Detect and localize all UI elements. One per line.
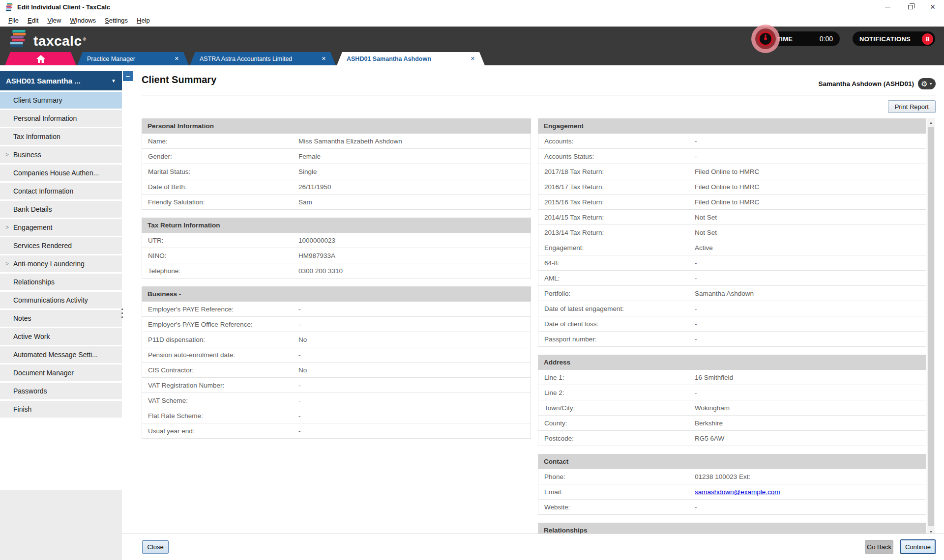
info-row: Line 2:-	[538, 385, 926, 400]
row-value: -	[695, 389, 926, 396]
info-row: Email:samashdown@example.com	[538, 484, 926, 500]
close-page-button[interactable]: Close	[142, 540, 169, 554]
section-contact: ContactPhone:01238 100023 Ext:Email:sama…	[538, 454, 926, 515]
info-row: Employer's PAYE Office Reference:-	[142, 317, 531, 332]
sidebar-item-label: Finish	[13, 405, 31, 413]
restore-button[interactable]	[899, 0, 921, 14]
row-value: Samantha Ashdown	[695, 290, 926, 297]
row-value: Single	[298, 168, 531, 175]
menu-help[interactable]: Help	[132, 15, 154, 26]
minimize-button[interactable]	[876, 0, 899, 14]
sidebar-item-active-work[interactable]: Active Work	[0, 328, 122, 345]
row-label: VAT Registration Number:	[142, 382, 298, 389]
sidebar-client-header[interactable]: ASHD01 Samantha ... ▼	[0, 71, 122, 90]
sidebar-item-label: Services Rendered	[13, 242, 72, 250]
row-value: No	[298, 366, 531, 374]
tab-close-icon[interactable]: ✕	[175, 56, 179, 62]
row-value: 1000000023	[298, 237, 531, 244]
row-value: Active	[695, 244, 926, 252]
client-reference: Samantha Ashdown (ASHD01)	[818, 80, 914, 87]
row-label: NINO:	[142, 252, 298, 259]
row-value: -	[695, 259, 926, 267]
time-value: 0:00	[820, 35, 833, 43]
continue-button[interactable]: Continue	[900, 539, 936, 554]
menu-windows[interactable]: Windows	[65, 15, 100, 26]
sidebar-item-document-manager[interactable]: Document Manager	[0, 364, 122, 381]
section-address: AddressLine 1:16 SmithfieldLine 2:-Town/…	[538, 355, 926, 446]
tab-close-icon[interactable]: ✕	[322, 56, 326, 62]
tab-ashd01-samantha-ashdown[interactable]: ASHD01 Samantha Ashdown ✕	[337, 52, 485, 65]
info-row: Postcode:RG5 6AW	[538, 431, 926, 446]
sidebar-item-companies-house-authen[interactable]: Companies House Authen...	[0, 165, 122, 181]
scroll-up-icon[interactable]: ▲	[927, 118, 935, 126]
row-label: Email:	[538, 488, 695, 496]
row-value: -	[695, 504, 926, 511]
row-label: Date of Birth:	[142, 183, 298, 191]
row-label: UTR:	[142, 237, 298, 244]
row-value: Not Set	[695, 229, 926, 236]
go-back-button[interactable]: Go Back	[865, 540, 893, 554]
row-label: Engagement:	[538, 244, 695, 252]
sidebar-item-services-rendered[interactable]: Services Rendered	[0, 237, 122, 254]
scrollbar-thumb[interactable]	[928, 127, 934, 526]
sidebar-item-passwords[interactable]: Passwords	[0, 383, 122, 399]
sidebar-item-client-summary[interactable]: Client Summary	[0, 92, 122, 109]
right-column-scrollbar[interactable]: ▲ ▼	[927, 118, 935, 535]
row-label: Date of client loss:	[538, 320, 695, 328]
row-label: 2013/14 Tax Return:	[538, 229, 695, 236]
sidebar-item-label: Tax Information	[13, 133, 60, 140]
info-row: Date of client loss:-	[538, 316, 926, 332]
notifications-pill[interactable]: NOTIFICATIONS 8	[853, 31, 935, 46]
sidebar-item-engagement[interactable]: >Engagement	[0, 219, 122, 236]
info-row: 2013/14 Tax Return:Not Set	[538, 225, 926, 240]
page-title: Client Summary	[142, 74, 216, 85]
sidebar-item-contact-information[interactable]: Contact Information	[0, 183, 122, 199]
sidebar-item-notes[interactable]: Notes	[0, 310, 122, 327]
sidebar-item-label: Anti-money Laundering	[13, 260, 85, 268]
row-value: Sam	[298, 198, 531, 206]
gear-icon: ⚙	[921, 80, 927, 87]
client-actions-button[interactable]: ⚙ ▼	[918, 78, 936, 89]
taxcalc-brand: taxcalc®	[8, 29, 87, 51]
row-label: Website:	[538, 504, 695, 511]
menu-settings[interactable]: Settings	[100, 15, 132, 26]
section-title: Personal Information	[142, 118, 531, 134]
info-row: Name:Miss Samantha Elizabeth Ashdown	[142, 134, 531, 149]
sidebar-item-automated-message-setti[interactable]: Automated Message Setti...	[0, 346, 122, 363]
section-title: Tax Return Information	[142, 218, 531, 233]
row-label: Town/City:	[538, 404, 695, 412]
sidebar-item-communications-activity[interactable]: Communications Activity	[0, 292, 122, 308]
row-label: 2015/16 Tax Return:	[538, 198, 695, 206]
sidebar-item-tax-information[interactable]: Tax Information	[0, 128, 122, 145]
row-label: 64-8:	[538, 259, 695, 267]
window-titlebar: Edit Individual Client - TaxCalc ×	[0, 0, 944, 14]
sidebar-item-relationships[interactable]: Relationships	[0, 274, 122, 290]
clock-icon[interactable]	[758, 31, 773, 46]
tab-astra-accountants[interactable]: ASTRA Astra Accountants Limited ✕	[190, 52, 336, 65]
sidebar-fill	[0, 490, 122, 560]
row-label: Line 1:	[538, 374, 695, 381]
section-tax-return-information: Tax Return InformationUTR:1000000023NINO…	[142, 218, 531, 279]
close-button[interactable]: ×	[921, 0, 944, 14]
info-row: Date of latest engagement:-	[538, 301, 926, 316]
menu-file[interactable]: File	[4, 15, 23, 26]
info-row: AML:-	[538, 271, 926, 286]
sidebar-resize-handle[interactable]	[121, 308, 123, 318]
sidebar-item-anti-money-laundering[interactable]: >Anti-money Laundering	[0, 255, 122, 272]
tab-close-icon[interactable]: ✕	[471, 56, 475, 62]
tab-practice-manager[interactable]: Practice Manager ✕	[77, 52, 189, 65]
print-report-button[interactable]: Print Report	[888, 100, 936, 113]
sidebar-collapse-button[interactable]: −	[123, 71, 133, 81]
sidebar-item-personal-information[interactable]: Personal Information	[0, 110, 122, 127]
sidebar-item-finish[interactable]: Finish	[0, 401, 122, 418]
tab-home[interactable]	[5, 52, 76, 65]
menu-edit[interactable]: Edit	[23, 15, 43, 26]
section-personal-information: Personal InformationName:Miss Samantha E…	[142, 118, 531, 210]
sidebar-item-business[interactable]: >Business	[0, 146, 122, 163]
menu-view[interactable]: View	[43, 15, 65, 26]
email-link[interactable]: samashdown@example.com	[695, 488, 780, 496]
sidebar: ASHD01 Samantha ... ▼ Client SummaryPers…	[0, 65, 122, 560]
sidebar-item-bank-details[interactable]: Bank Details	[0, 201, 122, 218]
row-value: 16 Smithfield	[695, 374, 926, 381]
info-row: Portfolio:Samantha Ashdown	[538, 286, 926, 301]
